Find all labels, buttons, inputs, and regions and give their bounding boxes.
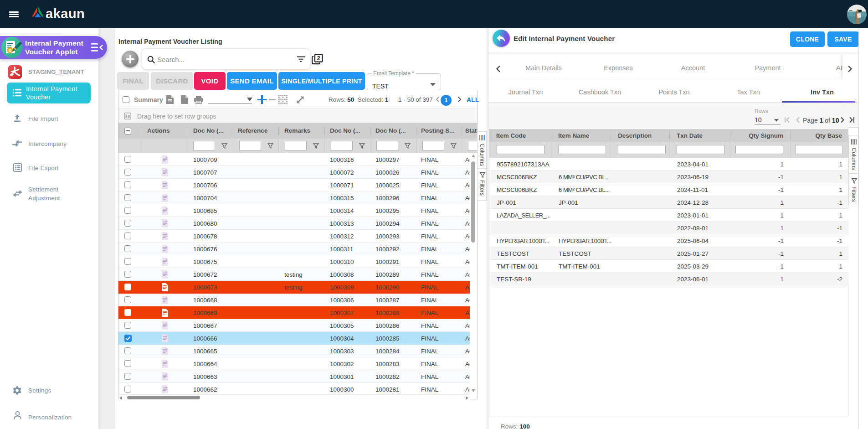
svg-text:$: $ — [9, 48, 11, 53]
svg-text:2: 2 — [317, 55, 320, 62]
